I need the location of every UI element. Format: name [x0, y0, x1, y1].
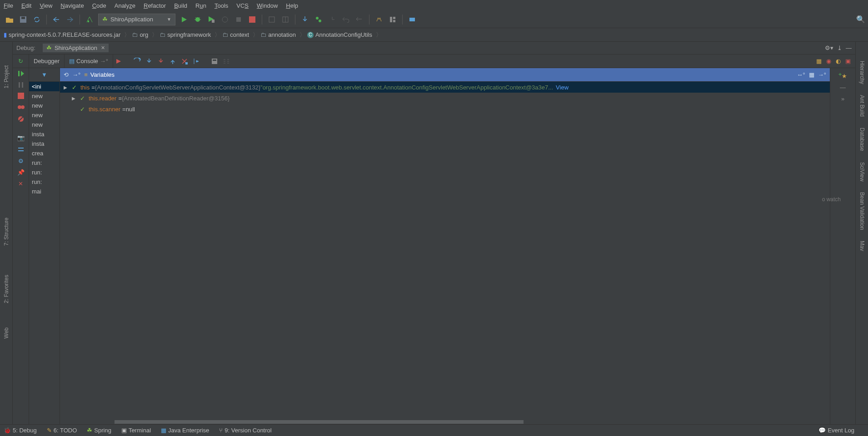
frame-item[interactable]: <ini [29, 82, 60, 91]
crumb-org[interactable]: 🗀org [132, 31, 148, 38]
show-exec-point-icon[interactable] [113, 58, 125, 64]
frame-item[interactable]: run: [29, 168, 60, 177]
save-icon[interactable] [17, 14, 29, 25]
remove-watch-icon[interactable]: — [840, 84, 846, 91]
build-icon[interactable] [84, 14, 95, 25]
drop-frame-icon[interactable] [179, 58, 190, 65]
menu-code[interactable]: Code [92, 2, 106, 9]
crumb-class[interactable]: CAnnotationConfigUtils [307, 31, 372, 38]
stop-icon[interactable] [246, 14, 258, 25]
sdk-icon[interactable] [406, 14, 418, 25]
expand-vars-icon[interactable]: →° [818, 71, 826, 78]
menu-edit[interactable]: Edit [21, 2, 31, 9]
menu-help[interactable]: Help [286, 2, 298, 9]
coverage-icon[interactable] [205, 14, 217, 25]
layout2-icon[interactable] [279, 14, 291, 25]
gear-icon[interactable]: ⚙▾ [825, 45, 833, 51]
restore-icon[interactable]: ⟲ [64, 71, 69, 78]
settings-icon[interactable] [373, 14, 385, 25]
tool-favorites[interactable]: 2: Favorites [3, 275, 10, 303]
filter-icon[interactable]: ▼ [41, 71, 47, 78]
debug-icon[interactable] [192, 14, 204, 25]
rerun-icon[interactable]: ↻ [18, 58, 23, 64]
evaluate-icon[interactable] [209, 58, 220, 65]
frame-item[interactable]: new [29, 101, 60, 110]
menu-run[interactable]: Run [195, 2, 206, 9]
add-watch-icon[interactable]: +★ [838, 71, 848, 79]
variable-row[interactable]: ✓this.scanner = null [60, 104, 830, 114]
overhead-icon[interactable]: ◉ [826, 58, 831, 64]
crumb-springframework[interactable]: 🗀springframework [160, 31, 211, 38]
layout-icon[interactable] [266, 14, 278, 25]
export-icon[interactable]: ▣ [845, 58, 851, 64]
bb-spring[interactable]: ☘Spring [87, 427, 111, 434]
step-into-icon[interactable] [143, 58, 155, 65]
new-watch-icon[interactable]: ↔° [797, 71, 805, 78]
attach-icon[interactable] [233, 14, 244, 25]
frame-item[interactable]: run: [29, 158, 60, 168]
debug-session-tab[interactable]: ☘ ShiroApplication ✕ [43, 44, 109, 52]
back-icon[interactable] [50, 14, 62, 25]
frame-item[interactable]: mai [29, 187, 60, 196]
tool-project[interactable]: 1: Project [3, 65, 10, 89]
vcs-revert-icon[interactable] [340, 14, 352, 25]
bb-debug[interactable]: 🐞5: Debug [4, 427, 37, 434]
bb-terminal[interactable]: ▣Terminal [121, 427, 151, 434]
bb-todo[interactable]: ✎6: TODO [47, 427, 77, 434]
restore-layout-icon[interactable]: ⤓ [837, 45, 842, 51]
menu-vcs[interactable]: VCS [236, 2, 249, 9]
layout-vars-icon[interactable]: ▦ [809, 71, 814, 78]
menu-window[interactable]: Window [257, 2, 278, 9]
project-structure-icon[interactable] [387, 14, 399, 25]
crumb-archive[interactable]: ▮spring-context-5.0.7.RELEASE-sources.ja… [4, 31, 120, 38]
gauge-icon[interactable]: ◐ [836, 58, 841, 64]
bb-javaee[interactable]: ▦Java Enterprise [161, 427, 209, 434]
vcs-history-icon[interactable] [326, 14, 338, 25]
menu-file[interactable]: File [4, 2, 13, 9]
mute-breakpoints-icon[interactable] [17, 115, 25, 123]
vcs-commit-icon[interactable] [313, 14, 324, 25]
search-everywhere-icon[interactable]: 🔍 [856, 15, 865, 24]
trace-icon[interactable] [220, 58, 232, 65]
crumb-annotation[interactable]: 🗀annotation [260, 31, 296, 38]
tool-structure[interactable]: 7: Structure [3, 218, 10, 246]
step-over-icon[interactable] [131, 58, 143, 65]
run-to-cursor-icon[interactable] [190, 58, 202, 65]
sync-icon[interactable] [31, 14, 43, 25]
tool-database[interactable]: Database [859, 128, 865, 151]
frame-item[interactable]: new [29, 91, 60, 101]
tool-hierarchy[interactable]: Hierarchy [859, 61, 865, 84]
tool-beanvalidation[interactable]: Bean Validation [859, 192, 865, 230]
pause-icon[interactable] [18, 82, 24, 88]
run-icon[interactable] [178, 14, 190, 25]
frame-item[interactable]: new [29, 110, 60, 120]
variable-row[interactable]: ▶✓this.reader = {AnnotatedBeanDefinition… [60, 93, 830, 104]
frame-item[interactable]: new [29, 120, 60, 129]
settings2-icon[interactable] [17, 146, 25, 153]
menu-refactor[interactable]: Refactor [144, 2, 166, 9]
open-icon[interactable] [4, 14, 15, 25]
bb-eventlog[interactable]: 💬Event Log [818, 427, 854, 434]
hide-icon[interactable]: — [846, 45, 852, 51]
bb-vcs[interactable]: ⑂9: Version Control [219, 427, 271, 434]
tool-sciview[interactable]: SciView [859, 162, 865, 181]
menu-analyze[interactable]: Analyze [115, 2, 135, 9]
menu-view[interactable]: View [40, 2, 52, 9]
resume-icon[interactable] [17, 70, 25, 77]
stop-debug-icon[interactable] [18, 93, 24, 99]
tool-web[interactable]: Web [3, 327, 10, 338]
tool-antbuild[interactable]: Ant Build [859, 95, 865, 117]
console-tab[interactable]: ▤ Console →° [65, 54, 113, 68]
forward-icon[interactable] [64, 14, 76, 25]
more-watch-icon[interactable]: » [841, 95, 844, 102]
vcs-update-icon[interactable] [299, 14, 311, 25]
debugger-tab[interactable]: Debugger [29, 54, 65, 68]
horizontal-scrollbar[interactable] [60, 420, 830, 424]
run-config-combo[interactable]: ☘ ShiroApplication ▼ [98, 14, 175, 25]
menu-build[interactable]: Build [174, 2, 187, 9]
camera-icon[interactable]: 📷 [17, 134, 25, 141]
frame-item[interactable]: insta [29, 129, 60, 139]
frame-item[interactable]: insta [29, 139, 60, 149]
undo-icon[interactable] [354, 14, 365, 25]
force-step-into-icon[interactable] [155, 58, 167, 65]
